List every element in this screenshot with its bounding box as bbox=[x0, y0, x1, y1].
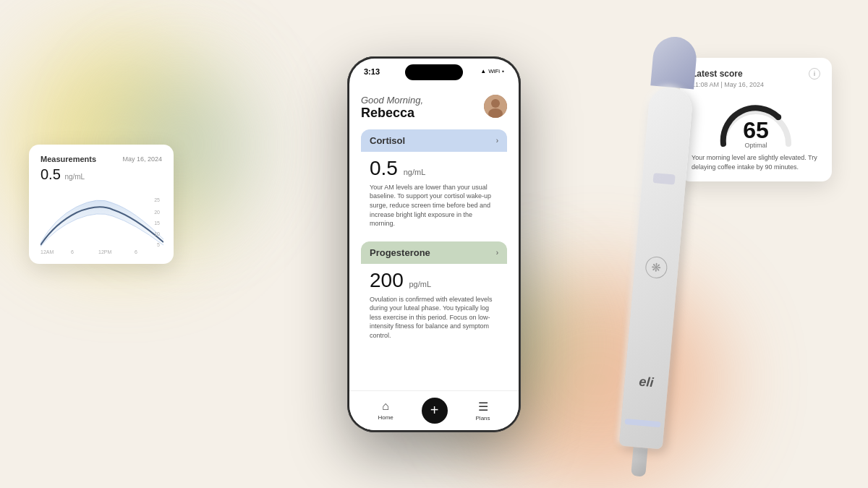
wifi-icon: WiFi bbox=[488, 68, 500, 74]
nav-plans[interactable]: ☰ Plans bbox=[476, 400, 490, 421]
add-icon: + bbox=[430, 402, 439, 419]
status-icons: ▲ WiFi ▪ bbox=[480, 68, 504, 74]
progesterone-card[interactable]: Progesterone › 200 pg/mL Ovulation is co… bbox=[361, 241, 507, 346]
bottom-nav: ⌂ Home + ☰ Plans bbox=[349, 390, 519, 430]
svg-text:25: 25 bbox=[154, 197, 160, 202]
cortisol-card-header[interactable]: Cortisol › bbox=[361, 129, 507, 152]
score-description: Your morning level are slightly elevated… bbox=[692, 153, 820, 171]
svg-text:20: 20 bbox=[154, 210, 160, 215]
measurements-header: Measurements May 16, 2024 bbox=[41, 155, 162, 163]
user-avatar bbox=[484, 95, 507, 118]
measurements-card: Measurements May 16, 2024 0.5 ng/mL 25 bbox=[29, 145, 174, 264]
svg-text:6: 6 bbox=[71, 249, 74, 254]
pen-logo: eli bbox=[639, 374, 655, 390]
progesterone-card-header[interactable]: Progesterone › bbox=[361, 241, 507, 264]
plans-icon: ☰ bbox=[478, 400, 488, 414]
cortisol-chevron-icon: › bbox=[496, 137, 498, 145]
svg-point-10 bbox=[491, 99, 500, 108]
score-datetime: 11:08 AM | May 16, 2024 bbox=[692, 81, 820, 88]
user-name: Rebecca bbox=[361, 106, 423, 121]
pen-stripe bbox=[624, 419, 661, 427]
svg-point-12 bbox=[775, 114, 781, 120]
score-header: Latest score i bbox=[692, 68, 820, 80]
cortisol-card-body: 0.5 ng/mL Your AM levels are lower than … bbox=[361, 152, 507, 234]
home-icon: ⌂ bbox=[382, 400, 389, 413]
cortisol-description: Your AM levels are lower than your usual… bbox=[370, 183, 498, 228]
pen-cap bbox=[650, 35, 698, 89]
good-morning-text: Good Morning, bbox=[361, 95, 423, 106]
progesterone-label: Progesterone bbox=[370, 247, 430, 258]
signal-icon: ▲ bbox=[480, 68, 486, 74]
battery-icon: ▪ bbox=[502, 68, 504, 74]
pen-window bbox=[653, 173, 676, 185]
svg-text:12AM: 12AM bbox=[41, 249, 54, 254]
measurements-value: 0.5 ng/mL bbox=[41, 166, 162, 183]
greeting-text: Good Morning, Rebecca bbox=[361, 95, 423, 121]
greeting-row: Good Morning, Rebecca bbox=[361, 95, 507, 121]
measurements-title: Measurements bbox=[41, 155, 96, 163]
cortisol-card[interactable]: Cortisol › 0.5 ng/mL Your AM levels are … bbox=[361, 129, 507, 234]
measurements-date: May 16, 2024 bbox=[122, 155, 162, 163]
pen-tip bbox=[631, 447, 647, 477]
score-gauge-container: 65 Optimal bbox=[692, 97, 820, 147]
plans-label: Plans bbox=[476, 415, 490, 421]
phone-content: Good Morning, Rebecca Cortisol bbox=[349, 87, 519, 430]
svg-text:12PM: 12PM bbox=[98, 249, 111, 254]
dynamic-island bbox=[405, 64, 463, 80]
svg-text:5: 5 bbox=[157, 242, 160, 247]
status-time: 3:13 bbox=[364, 67, 380, 76]
progesterone-card-body: 200 pg/mL Ovulation is confirmed with el… bbox=[361, 264, 507, 346]
progesterone-value: 200 pg/mL bbox=[370, 270, 498, 292]
phone-container: 3:13 ▲ WiFi ▪ Good Morning, Rebecca bbox=[347, 56, 521, 432]
score-gauge: 65 Optimal bbox=[716, 97, 796, 147]
phone-screen: 3:13 ▲ WiFi ▪ Good Morning, Rebecca bbox=[349, 59, 519, 430]
svg-text:10: 10 bbox=[154, 231, 160, 236]
score-card: Latest score i 11:08 AM | May 16, 2024 6… bbox=[680, 58, 832, 181]
score-label: Optimal bbox=[744, 142, 767, 149]
chart-area: 25 20 15 10 5 12AM 6 12PM 6 bbox=[41, 189, 162, 254]
nav-add-button[interactable]: + bbox=[422, 398, 448, 424]
progesterone-description: Ovulation is confirmed with elevated lev… bbox=[370, 295, 498, 341]
pen-fingerprint-icon: ❋ bbox=[644, 256, 668, 280]
home-label: Home bbox=[378, 414, 393, 421]
svg-text:15: 15 bbox=[154, 221, 160, 226]
cortisol-value: 0.5 ng/mL bbox=[370, 158, 498, 180]
progesterone-chevron-icon: › bbox=[496, 249, 498, 257]
score-number: 65 bbox=[743, 119, 769, 142]
svg-text:6: 6 bbox=[135, 249, 137, 254]
info-icon[interactable]: i bbox=[809, 68, 820, 80]
nav-home[interactable]: ⌂ Home bbox=[378, 400, 393, 421]
cortisol-label: Cortisol bbox=[370, 135, 405, 146]
phone-body: 3:13 ▲ WiFi ▪ Good Morning, Rebecca bbox=[347, 56, 521, 432]
